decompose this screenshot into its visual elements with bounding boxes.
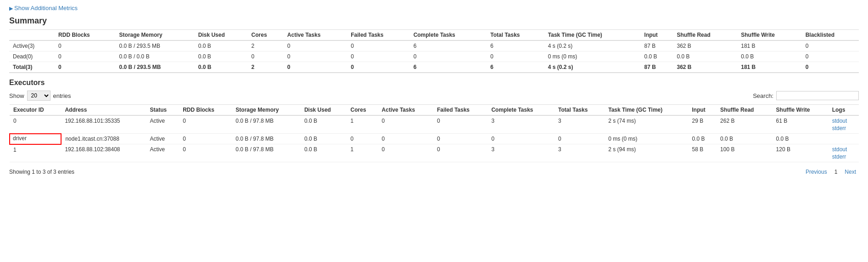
executors-table: Executor ID Address Status RDD Blocks St…: [9, 104, 859, 162]
summary-cell: 0.0 B: [673, 51, 737, 62]
summary-col-failed: Failed Tasks: [347, 30, 409, 41]
exec-cell: 0: [179, 134, 232, 144]
summary-cell: 362 B: [673, 40, 737, 51]
summary-cell: 2: [248, 40, 284, 51]
summary-title: Summary: [9, 16, 859, 26]
exec-cell: 29 B: [688, 115, 717, 134]
summary-col-total: Total Tasks: [487, 30, 544, 41]
summary-cell: 0: [248, 51, 284, 62]
summary-cell: 181 B: [737, 62, 801, 73]
stdout-link[interactable]: stdout: [832, 146, 855, 153]
exec-col-rdd[interactable]: RDD Blocks: [179, 105, 232, 116]
summary-cell: 87 B: [641, 62, 673, 73]
search-input[interactable]: [776, 91, 859, 100]
stdout-link[interactable]: stdout: [832, 118, 855, 124]
summary-cell: 0: [802, 62, 859, 73]
summary-cell: 0: [347, 51, 409, 62]
summary-cell: 0.0 B: [641, 51, 673, 62]
exec-col-input[interactable]: Input: [688, 105, 717, 116]
exec-col-logs[interactable]: Logs: [829, 105, 859, 116]
exec-cell: 61 B: [773, 115, 829, 134]
exec-col-storage[interactable]: Storage Memory: [232, 105, 301, 116]
exec-cell: 3: [487, 115, 554, 134]
exec-col-address[interactable]: Address: [61, 105, 146, 116]
exec-col-shuffle-read[interactable]: Shuffle Read: [717, 105, 772, 116]
summary-cell: Active(3): [9, 40, 55, 51]
exec-cell: 3: [554, 144, 605, 162]
summary-cell: 0.0 B: [737, 51, 801, 62]
exec-cell: 0: [179, 115, 232, 134]
stderr-link[interactable]: stderr: [832, 125, 855, 131]
summary-col-tasktime: Task Time (GC Time): [544, 30, 641, 41]
prev-button[interactable]: Previous: [803, 168, 830, 176]
summary-cell: 0: [284, 51, 347, 62]
summary-cell: 0: [55, 51, 116, 62]
summary-cell: 6: [487, 40, 544, 51]
pagination-controls: Previous 1 Next: [803, 168, 859, 176]
exec-cell: 0.0 B / 97.8 MB: [232, 134, 301, 144]
exec-col-id[interactable]: Executor ID: [10, 105, 61, 116]
exec-col-status[interactable]: Status: [146, 105, 179, 116]
summary-col-label: [9, 30, 55, 41]
exec-cell: 0: [378, 115, 433, 134]
exec-cell: 120 B: [773, 144, 829, 162]
summary-row: Total(3)00.0 B / 293.5 MB0.0 B200664 s (…: [9, 62, 859, 73]
next-button[interactable]: Next: [842, 168, 859, 176]
summary-row: Active(3)00.0 B / 293.5 MB0.0 B200664 s …: [9, 40, 859, 51]
summary-cell: Dead(0): [9, 51, 55, 62]
exec-cell: node1.itcast.cn:37088: [61, 134, 146, 144]
summary-cell: 362 B: [673, 62, 737, 73]
exec-col-cores[interactable]: Cores: [347, 105, 378, 116]
summary-table: RDD Blocks Storage Memory Disk Used Core…: [9, 29, 859, 73]
summary-col-storage: Storage Memory: [116, 30, 195, 41]
summary-cell: 4 s (0.2 s): [544, 40, 641, 51]
summary-cell: 0.0 B / 293.5 MB: [116, 40, 195, 51]
exec-cell: 1: [10, 144, 61, 162]
stderr-link[interactable]: stderr: [832, 154, 855, 160]
entries-select[interactable]: 20 50 100: [27, 91, 50, 101]
table-row: 1192.168.88.102:38408Active00.0 B / 97.8…: [10, 144, 859, 162]
exec-col-active[interactable]: Active Tasks: [378, 105, 433, 116]
exec-cell: 0.0 B: [688, 134, 717, 144]
summary-cell: 6: [410, 62, 487, 73]
summary-cell: 0: [802, 51, 859, 62]
summary-cell: 181 B: [737, 40, 801, 51]
summary-cell: 0.0 B: [195, 51, 248, 62]
exec-cell: 0: [378, 134, 433, 144]
show-label: Show: [9, 92, 24, 99]
summary-cell: 0.0 B: [195, 62, 248, 73]
summary-col-blacklisted: Blacklisted: [802, 30, 859, 41]
summary-col-shuffle-write: Shuffle Write: [737, 30, 801, 41]
summary-cell: 2: [248, 62, 284, 73]
summary-cell: 0.0 B / 0.0 B: [116, 51, 195, 62]
exec-col-tasktime[interactable]: Task Time (GC Time): [605, 105, 688, 116]
summary-cell: 6: [487, 62, 544, 73]
search-box: Search:: [753, 91, 859, 100]
highlighted-executor-id: driver: [10, 134, 61, 144]
exec-col-total[interactable]: Total Tasks: [554, 105, 605, 116]
summary-col-shuffle-read: Shuffle Read: [673, 30, 737, 41]
exec-col-disk[interactable]: Disk Used: [301, 105, 347, 116]
exec-cell: 0.0 B: [717, 134, 772, 144]
summary-cell: 0: [55, 62, 116, 73]
exec-cell: 0.0 B: [773, 134, 829, 144]
summary-cell: 0: [347, 62, 409, 73]
summary-col-complete: Complete Tasks: [410, 30, 487, 41]
summary-cell: 0: [802, 40, 859, 51]
summary-cell: Total(3): [9, 62, 55, 73]
current-page: 1: [832, 168, 840, 176]
exec-cell: 0.0 B: [301, 134, 347, 144]
exec-cell: 1: [347, 115, 378, 134]
summary-cell: 0 ms (0 ms): [544, 51, 641, 62]
exec-cell: 0.0 B: [301, 144, 347, 162]
show-additional-metrics-link[interactable]: Show Additional Metrics: [9, 5, 859, 11]
exec-cell: 0: [487, 134, 554, 144]
summary-row: Dead(0)00.0 B / 0.0 B0.0 B000000 ms (0 m…: [9, 51, 859, 62]
exec-col-failed[interactable]: Failed Tasks: [433, 105, 488, 116]
exec-cell: 192.168.88.101:35335: [61, 115, 146, 134]
exec-cell: Active: [146, 115, 179, 134]
exec-cell: 0: [433, 115, 488, 134]
exec-col-complete[interactable]: Complete Tasks: [487, 105, 554, 116]
summary-col-active: Active Tasks: [284, 30, 347, 41]
exec-col-shuffle-write[interactable]: Shuffle Write: [773, 105, 829, 116]
